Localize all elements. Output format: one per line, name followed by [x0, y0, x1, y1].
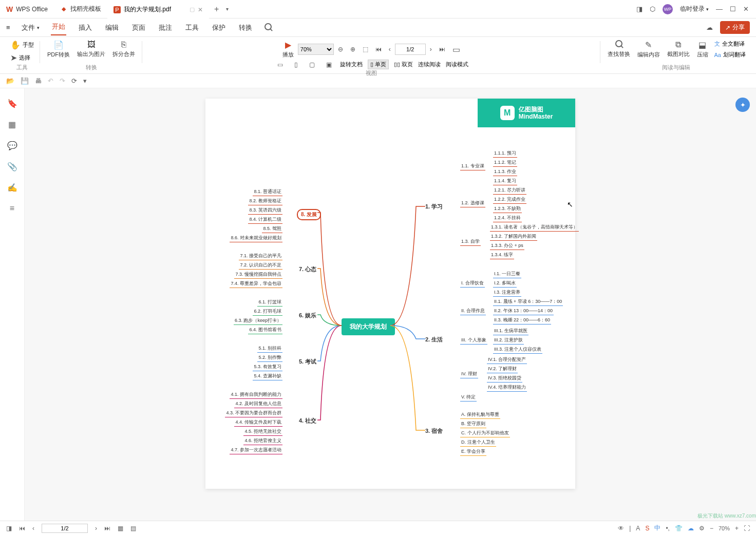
- sb-prev-button[interactable]: ‹: [32, 525, 34, 532]
- fit-page-icon[interactable]: ▭: [274, 61, 286, 68]
- sb-next-button[interactable]: ›: [95, 525, 97, 532]
- sb-last-page-button[interactable]: ⏭: [104, 525, 110, 532]
- thumbnail-icon[interactable]: ▦: [8, 120, 16, 129]
- sb-align-icon[interactable]: •,: [666, 525, 670, 532]
- translate-full-button[interactable]: 文全文翻译: [712, 39, 748, 49]
- document-viewport[interactable]: M 亿图脑图MindMaster 我的大学规划 1. 学习 2. 生活 3. 宿…: [25, 88, 756, 521]
- select-tool-button[interactable]: ➤选择: [8, 52, 36, 64]
- tab-list-button[interactable]: ▾: [224, 6, 231, 12]
- mm-node: 8.5. 驾照: [262, 225, 282, 233]
- sb-cloud-icon[interactable]: ☁: [688, 525, 694, 532]
- new-tab-button[interactable]: +: [209, 5, 224, 14]
- pdf-convert-button[interactable]: 📄PDF转换: [44, 39, 73, 60]
- tab-document[interactable]: P 我的大学规划.pdf ▢ ✕: [107, 0, 209, 18]
- hand-tool-button[interactable]: ✋手型: [8, 39, 36, 51]
- share-button[interactable]: ↗分享: [720, 21, 750, 34]
- more-icon[interactable]: ▾: [83, 77, 87, 85]
- search-icon: [615, 40, 622, 49]
- compare-button[interactable]: ⧉截图对比: [664, 39, 693, 59]
- continuous-read-button[interactable]: 连续阅读: [418, 61, 441, 68]
- rotate-button[interactable]: 旋转文档: [340, 61, 363, 68]
- menu-convert[interactable]: 转换: [238, 21, 253, 34]
- tab-close-icon[interactable]: ✕: [198, 6, 203, 13]
- tab-wps-home[interactable]: W WPS Office: [0, 0, 54, 18]
- search-icon[interactable]: [264, 23, 272, 32]
- sb-cn-icon[interactable]: 中: [654, 524, 660, 532]
- sb-shirt-icon[interactable]: 👕: [675, 525, 683, 532]
- edit-content-button[interactable]: ✎编辑内容: [634, 39, 663, 60]
- menu-insert[interactable]: 插入: [78, 21, 93, 34]
- translate-selection-button[interactable]: Aa划词翻译: [712, 50, 748, 60]
- tab-menu-icon[interactable]: ▢: [190, 6, 195, 13]
- first-page-button[interactable]: ⏮: [372, 46, 385, 53]
- sb-fullscreen-icon[interactable]: ⛶: [744, 525, 750, 532]
- sb-page-input[interactable]: [42, 524, 88, 533]
- sb-ime-icon[interactable]: S: [645, 525, 649, 532]
- sb-zoom-in[interactable]: +: [735, 525, 739, 532]
- menu-protect[interactable]: 保护: [211, 21, 226, 34]
- bookmark-icon[interactable]: 🔖: [7, 99, 17, 108]
- minimize-button[interactable]: —: [716, 5, 723, 13]
- dual-page-button[interactable]: ▯▯ 双页: [394, 61, 413, 68]
- pdf-icon: P: [114, 6, 121, 13]
- page-number-input[interactable]: [395, 44, 426, 55]
- prev-page-button[interactable]: ‹: [386, 46, 394, 53]
- next-page-button[interactable]: ›: [427, 46, 435, 53]
- print-icon[interactable]: 🖶: [35, 77, 42, 85]
- zoom-select[interactable]: 70%: [298, 44, 334, 55]
- sidebar-toggle-icon[interactable]: ◨: [636, 5, 642, 13]
- read-mode-big-button[interactable]: ▭: [449, 44, 463, 55]
- menu-start[interactable]: 开始: [51, 20, 66, 35]
- mm-node: 1.2. 选修课: [460, 200, 485, 207]
- fit-height-icon[interactable]: ▯: [291, 61, 301, 68]
- menu-page[interactable]: 页面: [131, 21, 146, 34]
- mm-node: I.1. 一日三餐: [493, 271, 521, 278]
- zoom-out-button[interactable]: ⊖: [335, 46, 346, 53]
- mm-node: B. 坚守原则: [460, 421, 486, 428]
- menu-comment[interactable]: 批注: [158, 21, 173, 34]
- export-image-button[interactable]: 🖼输出为图片: [74, 39, 108, 59]
- menu-hamburger[interactable]: ≡: [6, 24, 10, 31]
- play-button[interactable]: ▶播放: [279, 39, 297, 60]
- sb-gear-icon[interactable]: ⚙: [699, 525, 705, 532]
- single-page-button[interactable]: ▯ 单页: [368, 60, 389, 69]
- cloud-icon[interactable]: ☁: [706, 24, 713, 31]
- sb-text-icon[interactable]: A: [636, 525, 640, 532]
- save-icon[interactable]: 💾: [21, 77, 29, 85]
- zoom-in-button[interactable]: ⊕: [347, 46, 358, 53]
- user-login-button[interactable]: 临时登录▾: [680, 5, 709, 13]
- sb-zoom-out[interactable]: −: [710, 525, 713, 532]
- close-button[interactable]: ✕: [743, 5, 749, 13]
- redo-icon[interactable]: ↷: [60, 77, 65, 85]
- layers-icon[interactable]: ≡: [10, 204, 14, 213]
- sb-first-page-button[interactable]: ⏮: [19, 525, 25, 532]
- tab-templates[interactable]: ◆ 找稻壳模板: [54, 0, 107, 18]
- sb-layout-button[interactable]: ▦: [118, 525, 123, 532]
- sb-grid-button[interactable]: ▤: [130, 525, 136, 532]
- sb-panel-icon[interactable]: ◨: [6, 525, 12, 532]
- fit-width-button[interactable]: ⬚: [360, 46, 371, 53]
- assistant-float-button[interactable]: ✦: [735, 98, 750, 112]
- avatar[interactable]: WP: [663, 4, 673, 14]
- menu-tools[interactable]: 工具: [184, 21, 200, 34]
- compress-button[interactable]: ⬓压缩: [694, 39, 711, 60]
- find-replace-button[interactable]: 查找替换: [604, 39, 633, 59]
- menu-edit[interactable]: 编辑: [104, 21, 120, 34]
- split-icon: ⎘: [121, 40, 126, 49]
- menu-file[interactable]: 文件▾: [22, 23, 40, 32]
- attachment-icon[interactable]: 📎: [7, 162, 17, 171]
- comment-panel-icon[interactable]: 💬: [7, 141, 17, 150]
- maximize-button[interactable]: ☐: [730, 5, 736, 13]
- signature-icon[interactable]: ✍: [7, 183, 17, 193]
- last-page-button[interactable]: ⏭: [436, 46, 448, 53]
- split-merge-button[interactable]: ⎘拆分合并: [109, 39, 138, 59]
- actual-size-icon[interactable]: ▢: [306, 61, 318, 68]
- two-page-icon[interactable]: ▣: [323, 61, 335, 68]
- read-mode-button[interactable]: 阅读模式: [446, 61, 468, 68]
- open-icon[interactable]: 📂: [6, 77, 14, 85]
- cube-icon[interactable]: ⬡: [650, 5, 655, 13]
- refresh-icon[interactable]: ⟳: [71, 77, 77, 85]
- undo-icon[interactable]: ↶: [48, 77, 53, 85]
- mm-node: III. 个人形象: [460, 337, 487, 345]
- sb-eye-icon[interactable]: 👁: [618, 525, 624, 532]
